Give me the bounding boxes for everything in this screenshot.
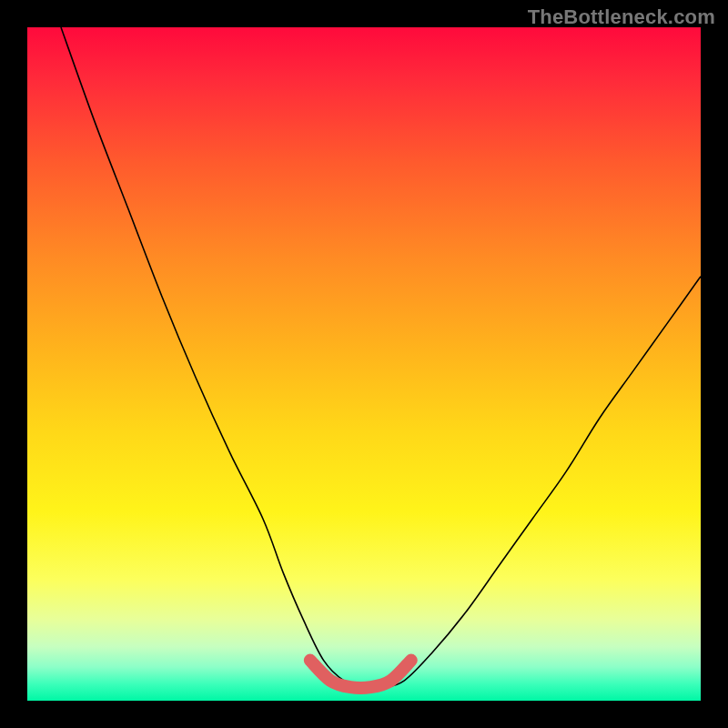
watermark-text: TheBottleneck.com (528, 5, 715, 29)
chart-frame: TheBottleneck.com (0, 0, 728, 728)
bottleneck-curve (61, 27, 701, 688)
optimal-range-highlight (310, 661, 411, 689)
plot-area (27, 27, 701, 701)
chart-svg (27, 27, 701, 701)
